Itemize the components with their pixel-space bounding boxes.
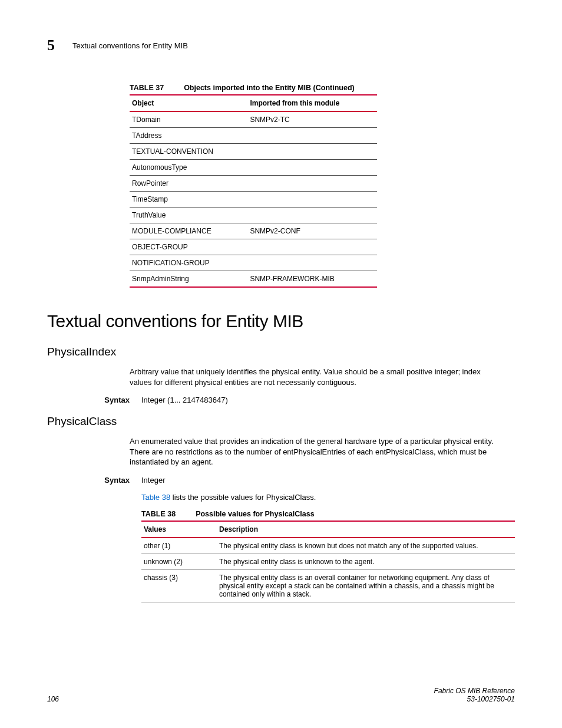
table-cell-object: TDomain [130,111,247,128]
table37-col2-header: Imported from this module [247,95,377,111]
table38-link[interactable]: Table 38 [141,493,170,502]
table-cell-object: TEXTUAL-CONVENTION [130,144,247,160]
page-footer: 106 Fabric OS MIB Reference 53-1002750-0… [47,687,515,703]
doc-number: 53-1002750-01 [434,695,515,703]
table37-body: TDomainSNMPv2-TCTAddressTEXTUAL-CONVENTI… [130,111,377,287]
xref-line: Table 38 lists the possible values for P… [141,493,515,502]
xref-rest: lists the possible values for PhysicalCl… [170,493,316,502]
physicalindex-heading: PhysicalIndex [47,345,515,358]
table-cell-module [247,255,377,271]
table-row: TimeStamp [130,192,377,207]
physicalindex-syntax-row: Syntax Integer (1... 2147483647) [47,396,515,404]
table38-number: TABLE 38 [141,510,176,518]
table-cell-object: TruthValue [130,207,247,223]
syntax-label: Syntax [88,476,130,602]
table-cell-object: SnmpAdminString [130,271,247,288]
doc-title: Fabric OS MIB Reference [434,687,515,695]
syntax-value: Integer (1... 2147483647) [130,396,515,404]
table-cell-module [247,160,377,176]
physicalclass-body: An enumerated value that provides an ind… [130,436,504,467]
table-cell-value: chassis (3) [141,569,217,602]
running-title: Textual conventions for Entity MIB [72,41,188,50]
table-cell-description: The physical entity class is known but d… [217,538,515,554]
syntax-label: Syntax [88,396,130,404]
table-cell-value: unknown (2) [141,554,217,569]
table-cell-module [247,144,377,160]
page-number: 106 [47,695,59,703]
table-cell-object: TimeStamp [130,192,247,207]
table38-body: other (1)The physical entity class is kn… [141,538,515,602]
table-row: SnmpAdminStringSNMP-FRAMEWORK-MIB [130,271,377,288]
table-cell-description: The physical entity class is an overall … [217,569,515,602]
table38-col1-header: Values [141,521,217,538]
syntax-value-text: Integer [141,476,515,485]
table38: Values Description other (1)The physical… [141,521,515,602]
section-title: Textual conventions for Entity MIB [47,311,515,331]
table-cell-module: SNMP-FRAMEWORK-MIB [247,271,377,288]
table-cell-object: RowPointer [130,176,247,192]
table-cell-module [247,192,377,207]
table-cell-description: The physical entity class is unknown to … [217,554,515,569]
table-row: unknown (2)The physical entity class is … [141,554,515,569]
table-cell-module [247,128,377,144]
physicalclass-syntax-row: Syntax Integer Table 38 lists the possib… [47,476,515,602]
table-row: OBJECT-GROUP [130,239,377,255]
table-cell-module [247,239,377,255]
table-cell-object: NOTIFICATION-GROUP [130,255,247,271]
table37-block: TABLE 37Objects imported into the Entity… [130,84,504,288]
table37-title: Objects imported into the Entity MIB (Co… [184,84,355,92]
physicalclass-heading: PhysicalClass [47,415,515,428]
table-cell-object: OBJECT-GROUP [130,239,247,255]
table-row: TruthValue [130,207,377,223]
table-cell-module [247,176,377,192]
table-cell-value: other (1) [141,538,217,554]
table-row: RowPointer [130,176,377,192]
table-cell-object: AutonomousType [130,160,247,176]
table-row: other (1)The physical entity class is kn… [141,538,515,554]
syntax-value: Integer Table 38 lists the possible valu… [130,476,515,602]
physicalindex-body: Arbitrary value that uniquely identifies… [130,367,504,387]
table38-title: Possible values for PhysicalClass [196,510,315,518]
table38-col2-header: Description [217,521,515,538]
table37-number: TABLE 37 [130,84,164,92]
table37: Object Imported from this module TDomain… [130,94,377,288]
table-row: MODULE-COMPLIANCESNMPv2-CONF [130,223,377,239]
table37-col1-header: Object [130,95,247,111]
page: 5 Textual conventions for Entity MIB TAB… [0,0,562,728]
table-row: TEXTUAL-CONVENTION [130,144,377,160]
table-cell-object: TAddress [130,128,247,144]
chapter-number: 5 [47,37,55,54]
table-cell-module: SNMPv2-CONF [247,223,377,239]
table-row: TAddress [130,128,377,144]
table37-caption: TABLE 37Objects imported into the Entity… [130,84,504,92]
footer-right: Fabric OS MIB Reference 53-1002750-01 [434,687,515,703]
table-row: TDomainSNMPv2-TC [130,111,377,128]
page-header: 5 Textual conventions for Entity MIB [47,37,515,54]
table-row: NOTIFICATION-GROUP [130,255,377,271]
table-row: chassis (3)The physical entity class is … [141,569,515,602]
table-cell-module [247,207,377,223]
table-cell-module: SNMPv2-TC [247,111,377,128]
table38-caption: TABLE 38Possible values for PhysicalClas… [141,510,515,518]
table-cell-object: MODULE-COMPLIANCE [130,223,247,239]
table-row: AutonomousType [130,160,377,176]
